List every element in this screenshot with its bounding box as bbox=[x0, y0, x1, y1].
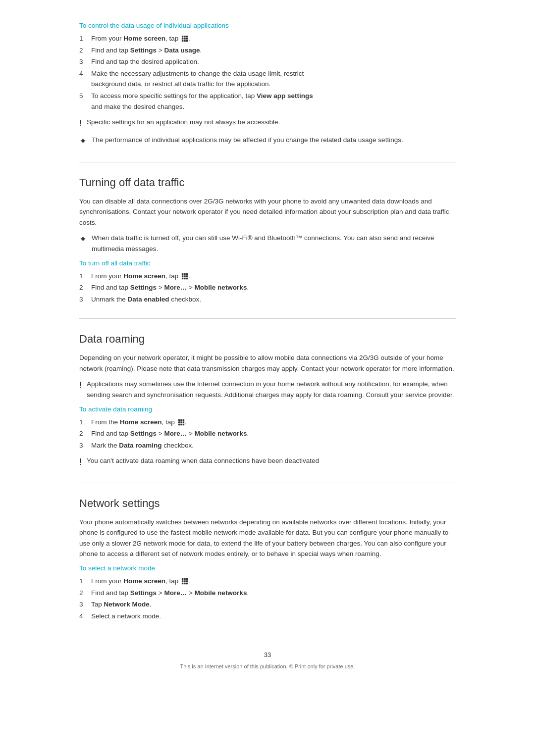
footer-text: This is an Internet version of this publ… bbox=[79, 663, 456, 669]
note-text-2: Applications may sometimes use the Inter… bbox=[87, 379, 456, 400]
svg-rect-21 bbox=[178, 421, 180, 423]
list-item: 3 Tap Network Mode. bbox=[79, 599, 456, 610]
note-text: Specific settings for an application may… bbox=[87, 117, 280, 128]
list-control-data: 1 From your Home screen, tap . 2 Find an… bbox=[79, 33, 456, 112]
chapter-title-turning-off: Turning off data traffic bbox=[79, 162, 456, 189]
list-num: 1 bbox=[79, 271, 83, 282]
list-item: 3 Unmark the Data enabled checkbox. bbox=[79, 294, 456, 305]
svg-rect-10 bbox=[184, 273, 186, 275]
list-num: 1 bbox=[79, 576, 83, 587]
svg-rect-31 bbox=[184, 581, 186, 583]
svg-rect-5 bbox=[186, 38, 188, 40]
list-item: 1 From your Home screen, tap . bbox=[79, 33, 456, 44]
list-num: 4 bbox=[79, 68, 83, 79]
apps-grid-icon-3 bbox=[178, 419, 185, 426]
list-num: 1 bbox=[79, 33, 83, 44]
bold-text: More… bbox=[164, 284, 187, 291]
section-heading-turn-off: To turn off all data traffic bbox=[79, 259, 456, 267]
svg-rect-15 bbox=[182, 278, 184, 280]
svg-rect-22 bbox=[180, 421, 182, 423]
bold-text: More… bbox=[164, 589, 187, 597]
tip-wifi-bluetooth: ✦ When data traffic is turned off, you c… bbox=[79, 233, 456, 254]
chapter-title-network-settings: Network settings bbox=[79, 483, 456, 510]
note-text-3: You can't activate data roaming when dat… bbox=[87, 455, 319, 466]
page: To control the data usage of individual … bbox=[0, 0, 535, 756]
svg-rect-7 bbox=[184, 40, 186, 42]
section-heading-select-network: To select a network mode bbox=[79, 564, 456, 572]
svg-rect-17 bbox=[186, 278, 188, 280]
svg-rect-28 bbox=[184, 578, 186, 580]
body-text-data-roaming: Depending on your network operator, it m… bbox=[79, 353, 456, 374]
list-num: 2 bbox=[79, 588, 83, 599]
bold-text: Settings bbox=[130, 589, 157, 597]
list-num: 4 bbox=[79, 611, 83, 622]
page-number: 33 bbox=[79, 651, 456, 658]
list-num: 3 bbox=[79, 56, 83, 67]
list-item: 2 Find and tap Settings > More… > Mobile… bbox=[79, 588, 456, 599]
list-num: 1 bbox=[79, 417, 83, 428]
svg-rect-14 bbox=[186, 275, 188, 277]
svg-rect-34 bbox=[184, 583, 186, 585]
list-num: 2 bbox=[79, 282, 83, 293]
list-item: 4 Make the necessary adjustments to chan… bbox=[79, 68, 456, 90]
bold-text: Mobile networks bbox=[195, 284, 247, 291]
svg-rect-6 bbox=[182, 40, 184, 42]
subheading-select-network-mode: To select a network mode bbox=[79, 564, 456, 572]
svg-rect-4 bbox=[184, 38, 186, 40]
svg-rect-35 bbox=[186, 583, 188, 585]
bold-text: Mobile networks bbox=[195, 589, 247, 597]
list-num: 5 bbox=[79, 91, 83, 101]
chapter-title-data-roaming: Data roaming bbox=[79, 318, 456, 346]
subheading-control-data: To control the data usage of individual … bbox=[79, 22, 456, 29]
svg-rect-8 bbox=[186, 40, 188, 42]
svg-rect-25 bbox=[180, 424, 182, 426]
list-item: 1 From the Home screen, tap . bbox=[79, 417, 456, 428]
list-item: 2 Find and tap Settings > More… > Mobile… bbox=[79, 428, 456, 439]
bold-text: Network Mode bbox=[104, 601, 150, 608]
list-num: 2 bbox=[79, 45, 83, 56]
note-applications-internet: ! Applications may sometimes use the Int… bbox=[79, 379, 456, 400]
svg-rect-9 bbox=[182, 273, 184, 275]
apps-grid-icon-4 bbox=[181, 578, 188, 585]
bold-text: Settings bbox=[130, 284, 157, 291]
note-specific-settings: ! Specific settings for an application m… bbox=[79, 117, 456, 130]
apps-grid-icon-2 bbox=[181, 273, 188, 280]
tip-text-2: When data traffic is turned off, you can… bbox=[92, 233, 456, 254]
svg-rect-3 bbox=[182, 38, 184, 40]
list-activate-roaming: 1 From the Home screen, tap . 2 Find and… bbox=[79, 417, 456, 451]
svg-rect-32 bbox=[186, 581, 188, 583]
list-item: 1 From your Home screen, tap . bbox=[79, 271, 456, 282]
subheading-turn-off: To turn off all data traffic bbox=[79, 259, 456, 267]
list-num: 3 bbox=[79, 599, 83, 610]
note-cannot-activate-roaming: ! You can't activate data roaming when d… bbox=[79, 455, 456, 468]
list-item: 5 To access more specific settings for t… bbox=[79, 91, 456, 112]
tip-star-icon: ✦ bbox=[79, 135, 87, 148]
body-text-turning-off: You can disable all data connections ove… bbox=[79, 196, 456, 228]
svg-rect-30 bbox=[182, 581, 184, 583]
bold-text: More… bbox=[164, 430, 187, 437]
list-item: 1 From your Home screen, tap . bbox=[79, 576, 456, 587]
list-item: 2 Find and tap Settings > Data usage. bbox=[79, 45, 456, 56]
bold-text: Data usage bbox=[164, 47, 200, 54]
svg-rect-33 bbox=[182, 583, 184, 585]
apps-grid-icon bbox=[181, 35, 188, 42]
svg-rect-27 bbox=[182, 578, 184, 580]
svg-rect-13 bbox=[184, 275, 186, 277]
bold-text: Home screen bbox=[123, 272, 165, 280]
svg-rect-1 bbox=[184, 36, 186, 38]
svg-rect-20 bbox=[182, 419, 184, 421]
bold-text: Home screen bbox=[123, 35, 165, 42]
exclamation-icon-3: ! bbox=[79, 456, 82, 468]
bold-text: Mobile networks bbox=[195, 430, 247, 437]
svg-rect-23 bbox=[182, 421, 184, 423]
svg-rect-26 bbox=[182, 424, 184, 426]
bold-text: Home screen bbox=[123, 577, 165, 585]
svg-rect-16 bbox=[184, 278, 186, 280]
svg-rect-11 bbox=[186, 273, 188, 275]
section-heading-activate-roaming: To activate data roaming bbox=[79, 405, 456, 413]
list-item: 4 Select a network mode. bbox=[79, 611, 456, 622]
list-num: 3 bbox=[79, 440, 83, 451]
svg-rect-2 bbox=[186, 36, 188, 38]
list-item: 3 Mark the Data roaming checkbox. bbox=[79, 440, 456, 451]
list-select-network-mode: 1 From your Home screen, tap . 2 Find an… bbox=[79, 576, 456, 621]
